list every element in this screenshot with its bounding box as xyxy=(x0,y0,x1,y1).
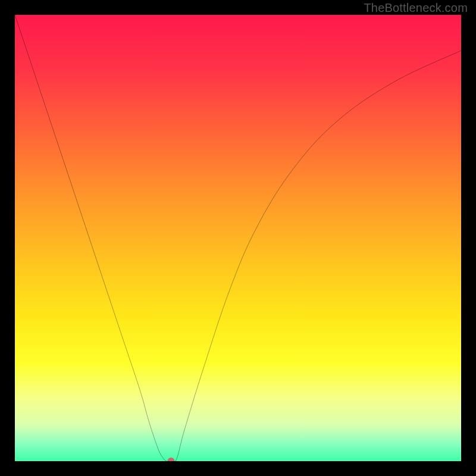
optimum-marker xyxy=(15,15,461,461)
svg-point-1 xyxy=(168,458,175,461)
plot-area xyxy=(15,15,461,461)
chart-page: TheBottleneck.com xyxy=(0,0,476,476)
watermark-label: TheBottleneck.com xyxy=(364,1,468,15)
